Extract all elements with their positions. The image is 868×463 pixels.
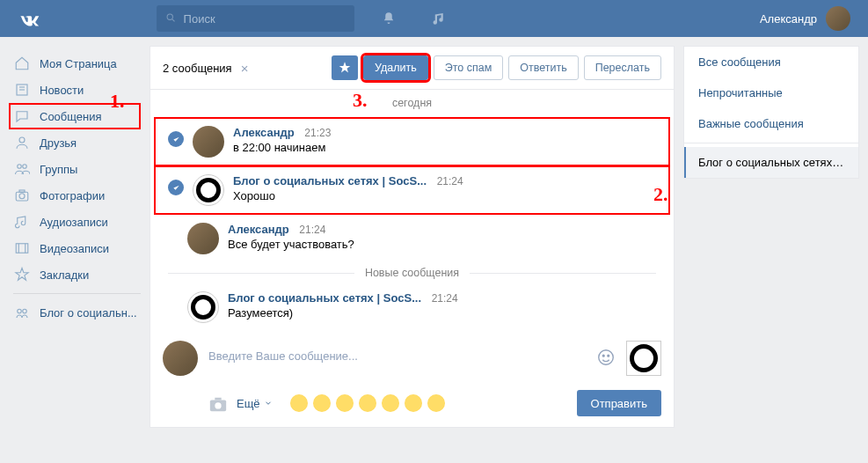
filter-important[interactable]: Важные сообщения <box>684 108 858 139</box>
message-text: Все будет участвовать? <box>228 238 661 251</box>
my-avatar <box>163 341 198 376</box>
sidebar-label: Новости <box>40 84 84 97</box>
sidebar-item-photos[interactable]: Фотографии <box>9 182 141 209</box>
attach-photo-icon[interactable] <box>208 395 228 411</box>
top-bar: Александр <box>0 0 868 37</box>
avatar[interactable] <box>193 174 224 206</box>
user-menu[interactable]: Александр <box>760 6 850 31</box>
message-author[interactable]: Александр <box>233 126 295 139</box>
emoji[interactable] <box>405 394 422 412</box>
news-icon <box>13 81 31 99</box>
svg-rect-10 <box>19 190 25 192</box>
star-icon <box>13 266 31 283</box>
emoji[interactable] <box>336 394 354 412</box>
separator <box>684 143 858 143</box>
svg-point-17 <box>602 355 604 356</box>
message-row[interactable]: Александр 21:23 в 22:00 начинаем <box>156 119 668 165</box>
sidebar-item-audio[interactable]: Аудиозаписи <box>9 209 141 235</box>
svg-point-20 <box>215 402 221 408</box>
user-icon <box>13 134 31 151</box>
reply-button[interactable]: Ответить <box>508 55 578 80</box>
groups-icon <box>13 160 31 178</box>
sidebar-label: Моя Страница <box>40 57 117 70</box>
clear-selection[interactable]: × <box>237 61 252 76</box>
message-time: 21:23 <box>304 127 331 139</box>
check-icon <box>168 180 184 195</box>
search-field[interactable] <box>157 5 354 32</box>
search-icon <box>165 12 177 25</box>
message-row[interactable]: Александр 21:24 Все будет участвовать? <box>150 216 674 261</box>
filter-all[interactable]: Все сообщения <box>684 47 858 77</box>
vk-logo[interactable] <box>16 6 42 31</box>
svg-rect-11 <box>16 244 28 254</box>
home-icon <box>13 55 31 72</box>
message-text: Хорошо <box>233 189 656 202</box>
video-icon <box>13 239 31 257</box>
message-text: в 22:00 начинаем <box>233 141 656 154</box>
svg-point-6 <box>18 165 22 169</box>
svg-point-15 <box>23 309 27 313</box>
sidebar-item-my-page[interactable]: Моя Страница <box>9 50 141 77</box>
sidebar-item-video[interactable]: Видеозаписи <box>9 235 141 261</box>
svg-point-16 <box>599 350 614 365</box>
svg-point-7 <box>23 165 27 169</box>
date-separator: сегодня <box>150 90 674 116</box>
audio-icon <box>13 213 31 231</box>
forward-button[interactable]: Переслать <box>584 55 661 80</box>
recipient-avatar[interactable] <box>626 341 661 376</box>
sidebar-item-friends[interactable]: Друзья <box>9 129 141 156</box>
left-sidebar: Моя Страница Новости Сообщения Друзья Гр… <box>9 46 141 326</box>
avatar[interactable] <box>193 126 224 158</box>
delete-button[interactable]: Удалить <box>363 55 428 80</box>
user-name: Александр <box>760 12 817 26</box>
attach-more[interactable]: Ещё <box>237 397 273 410</box>
sidebar-label: Видеозаписи <box>40 242 109 255</box>
avatar[interactable] <box>187 223 219 254</box>
emoji[interactable] <box>359 394 376 412</box>
svg-point-0 <box>167 14 172 19</box>
emoji[interactable] <box>427 394 445 412</box>
emoji[interactable] <box>313 394 331 412</box>
svg-point-5 <box>19 137 25 143</box>
sidebar-label: Блог о социальн... <box>40 306 137 320</box>
sidebar-label: Закладки <box>40 268 89 282</box>
bell-icon[interactable] <box>381 11 397 26</box>
sidebar-item-bookmarks[interactable]: Закладки <box>9 261 141 288</box>
sidebar-label: Друзья <box>40 136 77 150</box>
check-icon <box>168 131 184 147</box>
avatar[interactable] <box>187 291 219 323</box>
chat-header: 2 сообщения × Удалить Это спам Ответить … <box>150 47 674 90</box>
sidebar-item-groups[interactable]: Группы <box>9 156 141 182</box>
message-author[interactable]: Блог о социальных сетях | SocS... <box>233 174 427 187</box>
message-row[interactable]: Блог о социальных сетях | SocS... 21:24 … <box>156 167 668 213</box>
message-author[interactable]: Александр <box>228 223 289 236</box>
sidebar-item-messages[interactable]: Сообщения <box>9 103 141 129</box>
emoji-picker-icon[interactable] <box>596 348 616 367</box>
spam-button[interactable]: Это спам <box>434 55 504 80</box>
filter-unread[interactable]: Непрочитанные <box>684 77 858 108</box>
message-row[interactable]: Блог о социальных сетях | SocS... 21:24 … <box>150 284 674 330</box>
active-conversation[interactable]: Блог о социальных сетях | ... <box>684 147 858 178</box>
search-input[interactable] <box>184 12 346 26</box>
selection-count: 2 сообщения <box>163 62 232 75</box>
chat-panel: 2 сообщения × Удалить Это спам Ответить … <box>150 46 675 428</box>
sidebar-item-news[interactable]: Новости <box>9 77 141 103</box>
message-input[interactable]: Введите Ваше сообщение... <box>208 341 586 376</box>
message-text: Разумеется) <box>228 306 661 320</box>
message-time: 21:24 <box>437 175 463 187</box>
send-button[interactable]: Отправить <box>577 390 661 416</box>
right-panel: Все сообщения Непрочитанные Важные сообщ… <box>683 46 859 179</box>
message-time: 21:24 <box>299 224 325 236</box>
message-time: 21:24 <box>432 292 458 305</box>
emoji[interactable] <box>290 394 308 412</box>
sidebar-item-blog[interactable]: Блог о социальн... <box>9 299 141 326</box>
compose-area: Введите Ваше сообщение... Ещё <box>150 330 674 427</box>
sidebar-label: Группы <box>40 163 77 176</box>
emoji[interactable] <box>382 394 399 412</box>
svg-rect-21 <box>215 398 221 401</box>
emoji-quick-row <box>290 394 445 412</box>
message-author[interactable]: Блог о социальных сетях | SocS... <box>228 291 421 305</box>
svg-point-18 <box>608 355 609 356</box>
star-button[interactable] <box>332 55 358 80</box>
music-icon[interactable] <box>432 11 448 26</box>
